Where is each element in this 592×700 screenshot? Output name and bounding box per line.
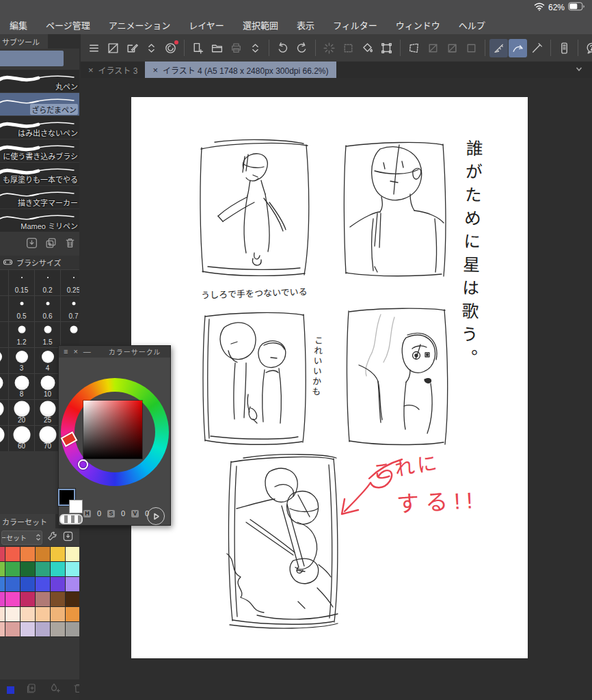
brush-item-5[interactable]: 描き文字マーカー xyxy=(0,186,79,208)
color-swatch[interactable] xyxy=(66,547,79,561)
snap-special-ruler-icon[interactable] xyxy=(509,39,527,57)
menu-item-7[interactable]: ウィンドウ xyxy=(396,18,440,31)
panel-close-icon[interactable]: × xyxy=(73,348,77,355)
brush-size-link-icon[interactable] xyxy=(3,257,13,269)
main-menu-icon[interactable] xyxy=(85,39,103,57)
brush-item-1[interactable]: ざらだまペン xyxy=(0,93,79,116)
color-swatch[interactable] xyxy=(21,607,35,621)
color-swatch[interactable] xyxy=(5,607,20,621)
new-document-icon[interactable] xyxy=(189,39,207,57)
menu-item-1[interactable]: ページ管理 xyxy=(46,18,90,31)
background-color-swatch[interactable] xyxy=(69,500,83,513)
menu-item-5[interactable]: 表示 xyxy=(297,18,314,31)
delete-subtool-icon[interactable] xyxy=(64,237,77,252)
selection-option-icon[interactable] xyxy=(424,39,442,57)
color-swatch[interactable] xyxy=(51,547,65,561)
brush-item-0[interactable]: 丸ペン xyxy=(0,70,79,92)
help-icon[interactable] xyxy=(582,39,592,57)
stepper-chevrons-icon[interactable] xyxy=(142,39,161,57)
color-swatch[interactable] xyxy=(5,622,20,636)
canvas-tab-2[interactable]: ×イラスト 4 (A5 1748 x 2480px 300dpi 66.2%) xyxy=(145,62,336,78)
color-swatch[interactable] xyxy=(0,562,5,576)
brush-size-cell[interactable] xyxy=(0,296,8,321)
brush-size-cell[interactable] xyxy=(0,374,8,399)
brush-size-cell[interactable] xyxy=(0,400,8,425)
menu-item-3[interactable]: レイヤー xyxy=(189,18,224,31)
canvas-tab-1[interactable]: ×イラスト 3 xyxy=(81,62,145,78)
processing-icon[interactable] xyxy=(320,39,338,57)
select-layer-icon[interactable] xyxy=(339,39,358,57)
color-swatch[interactable] xyxy=(21,622,35,636)
color-swatch[interactable] xyxy=(0,547,5,561)
brush-size-cell[interactable]: 60 xyxy=(9,426,34,451)
color-swatch[interactable] xyxy=(21,547,35,561)
selected-tool-highlight[interactable] xyxy=(0,51,64,66)
brush-size-cell[interactable] xyxy=(61,322,79,347)
color-swatch[interactable] xyxy=(5,592,20,606)
color-mode-toggle-icon[interactable] xyxy=(147,507,165,525)
edge-keyboard-icon[interactable] xyxy=(555,39,574,57)
saturation-value-handle[interactable] xyxy=(78,459,88,470)
color-swatch[interactable] xyxy=(51,562,65,576)
color-swatch[interactable] xyxy=(5,562,20,576)
color-swatch[interactable] xyxy=(66,592,79,606)
color-swatch[interactable] xyxy=(66,577,79,591)
tab-list-chevron-icon[interactable] xyxy=(574,64,584,76)
tab-close-icon[interactable]: × xyxy=(88,65,94,75)
color-swatch[interactable] xyxy=(51,607,65,621)
brush-size-cell[interactable]: 0.5 xyxy=(9,296,34,321)
panel-menu-icon[interactable]: ≡ xyxy=(64,348,68,355)
color-swatch[interactable] xyxy=(36,592,50,606)
brush-item-3[interactable]: に使う書き込みブラシ xyxy=(0,139,79,162)
brush-size-cell[interactable] xyxy=(0,322,8,347)
redo-icon[interactable] xyxy=(293,39,311,57)
color-swatch[interactable] xyxy=(36,577,50,591)
transform-icon[interactable] xyxy=(377,39,396,57)
selection-invert-icon[interactable] xyxy=(443,39,461,57)
edit-canvas-icon[interactable] xyxy=(123,39,142,57)
clip-studio-logo-icon[interactable] xyxy=(161,39,180,57)
import-subtool-icon[interactable] xyxy=(25,237,38,252)
stepper-chevrons-icon[interactable] xyxy=(246,39,265,57)
duplicate-subtool-icon[interactable] xyxy=(44,237,57,252)
color-set-dropdown[interactable]: ーセット xyxy=(1,530,42,545)
brush-size-cell[interactable]: 3 xyxy=(9,348,34,373)
brush-size-cell[interactable]: 70 xyxy=(35,426,60,451)
tab-close-icon[interactable]: × xyxy=(152,65,158,75)
brush-size-cell[interactable]: 0.25 xyxy=(61,270,79,295)
print-icon[interactable] xyxy=(227,39,245,57)
color-swatch[interactable] xyxy=(5,547,20,561)
brush-size-cell[interactable]: 1.5 xyxy=(35,322,60,347)
brush-size-cell[interactable]: 1.2 xyxy=(9,322,34,347)
color-swatch[interactable] xyxy=(36,622,50,636)
color-swatch[interactable] xyxy=(0,577,5,591)
edit-color-set-icon[interactable] xyxy=(46,530,58,545)
brush-size-cell[interactable]: 4 xyxy=(35,348,60,373)
mesh-transform-icon[interactable] xyxy=(405,39,423,57)
brush-size-cell[interactable]: 8 xyxy=(9,374,34,399)
color-swatch[interactable] xyxy=(21,592,35,606)
menu-item-4[interactable]: 選択範囲 xyxy=(243,18,278,31)
add-copy-color-icon[interactable] xyxy=(25,682,38,697)
delete-color-icon[interactable] xyxy=(72,682,79,697)
menu-item-8[interactable]: ヘルプ xyxy=(459,18,485,31)
color-swatch[interactable] xyxy=(21,562,35,576)
undo-icon[interactable] xyxy=(273,39,292,57)
color-swatch[interactable] xyxy=(51,622,65,636)
brush-item-6[interactable]: Mameo ミリペン xyxy=(0,209,79,232)
snap-ruler-icon[interactable] xyxy=(489,39,508,57)
brush-size-cell[interactable]: 0.6 xyxy=(35,296,60,321)
color-swatch[interactable] xyxy=(0,622,5,636)
color-swatch[interactable] xyxy=(21,577,35,591)
brush-item-4[interactable]: も厚塗りも一本でやる xyxy=(0,163,79,185)
menu-item-2[interactable]: アニメーション xyxy=(109,18,170,31)
brush-size-cell[interactable]: 20 xyxy=(9,400,34,425)
panel-minimize-icon[interactable]: — xyxy=(83,348,91,355)
current-color-swatch[interactable] xyxy=(7,686,14,694)
tab-subtool[interactable]: サブツール xyxy=(0,34,48,49)
color-swatch[interactable] xyxy=(36,547,50,561)
snap-guide-icon[interactable] xyxy=(528,39,546,57)
color-swatch[interactable] xyxy=(66,622,79,636)
flip-canvas-icon[interactable] xyxy=(104,39,122,57)
menu-item-6[interactable]: フィルター xyxy=(333,18,377,31)
